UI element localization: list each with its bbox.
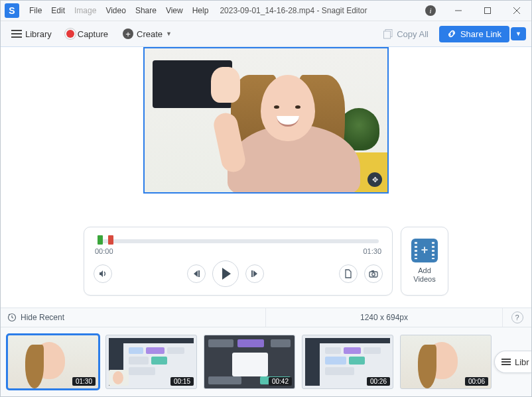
step-back-button[interactable] [187,264,206,283]
chevron-down-icon: ▼ [166,30,172,37]
library-button[interactable]: Library [6,27,57,42]
speaker-icon [98,269,107,278]
thumbnail-item[interactable]: 01:30 [7,335,99,389]
capture-button[interactable]: Capture [61,27,113,42]
title-bar: S File Edit Image Video Share View Help … [1,1,531,21]
add-videos-button[interactable]: + Add Videos [401,227,448,296]
volume-button[interactable] [94,264,112,283]
thumbnail-duration: 00:06 [465,377,488,386]
svg-rect-12 [371,270,374,272]
svg-rect-9 [251,270,253,277]
svg-rect-5 [384,31,391,38]
document-icon [344,269,352,278]
add-videos-label-1: Add [418,266,431,274]
snapshot-button[interactable] [364,264,383,283]
thumbnail-item[interactable]: 00:26 [302,335,393,389]
dimensions-display: 1240 x 694px [266,313,502,322]
svg-rect-1 [485,8,491,14]
menu-edit[interactable]: Edit [46,6,70,15]
thumbnail-item[interactable]: 00:15 [105,335,197,389]
copy-icon [383,29,393,39]
hide-recent-label: Hide Recent [21,313,64,322]
share-dropdown-button[interactable]: ▼ [511,27,526,40]
create-label: Create [137,29,163,39]
share-link-label: Share Link [460,29,501,39]
copy-all-label: Copy All [397,29,429,39]
share-link-button[interactable]: Share Link [439,26,509,42]
playback-panel: 00:00 01:30 [84,227,393,296]
svg-rect-7 [198,270,200,277]
library-label: Library [25,29,52,39]
film-plus-icon: + [411,239,438,262]
thumbnail-item[interactable]: 00:42 [204,335,295,389]
hamburger-icon [501,359,511,365]
svg-marker-6 [194,270,198,277]
step-back-icon [192,270,200,278]
expand-icon[interactable]: ✥ [367,172,382,187]
camera-icon [369,270,378,278]
svg-marker-8 [253,270,257,277]
library-pill-label: Libr [515,357,529,367]
create-button[interactable]: + Create ▼ [117,26,177,42]
window-title: 2023-09-01_14-16-28.mp4 - Snagit Editor [220,6,367,15]
info-icon[interactable]: i [425,5,436,16]
play-icon [222,268,231,280]
capture-label: Capture [78,29,108,39]
export-frame-button[interactable] [339,264,358,283]
thumbnail-duration: 00:42 [269,377,292,386]
library-pill-button[interactable]: Libr [494,351,531,373]
thumbnail-item[interactable]: 00:06 [400,335,492,389]
help-button[interactable]: ? [511,312,523,323]
thumbnail-duration: 00:26 [367,377,390,386]
record-icon [66,30,74,38]
add-videos-label-2: Videos [413,275,435,283]
play-button[interactable] [212,260,239,287]
recent-tray: 01:30 00:15 00:42 [1,327,531,396]
thumbnail-duration: 01:30 [72,377,96,386]
clock-icon [7,313,17,322]
plus-icon: + [123,28,133,39]
status-bar: Hide Recent 1240 x 694px ? [1,308,531,327]
video-preview[interactable]: ✥ [143,47,389,194]
svg-point-11 [372,273,375,276]
step-forward-icon [251,270,259,278]
editor-canvas: ✥ 00:00 01:30 [1,47,531,308]
hide-recent-button[interactable]: Hide Recent [1,308,266,327]
thumbnail-duration: 00:15 [170,377,194,386]
link-icon [447,29,456,38]
menu-video[interactable]: Video [101,6,130,15]
menu-help[interactable]: Help [188,6,214,15]
timeline-track[interactable] [94,234,383,249]
menu-share[interactable]: Share [131,6,161,15]
minimize-button[interactable] [444,1,473,21]
marker-out[interactable] [108,235,113,245]
close-button[interactable] [502,1,531,21]
app-logo-icon: S [5,3,19,18]
hamburger-icon [11,30,22,38]
step-forward-button[interactable] [245,264,264,283]
menu-view[interactable]: View [161,6,188,15]
marker-in[interactable] [98,235,103,245]
menu-file[interactable]: File [25,6,46,15]
copy-all-button[interactable]: Copy All [378,27,434,42]
main-toolbar: Library Capture + Create ▼ Copy All Shar… [1,21,531,47]
menu-image: Image [70,6,101,15]
maximize-button[interactable] [473,1,502,21]
